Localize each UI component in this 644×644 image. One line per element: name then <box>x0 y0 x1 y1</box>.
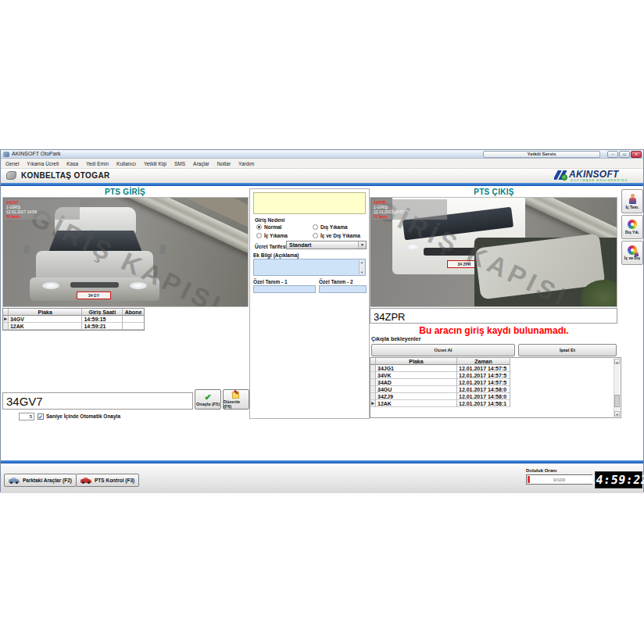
occupancy-value: 0/100 <box>553 478 565 482</box>
main-content: PTS GİRİŞ 34 GY GİRİŞ KAPISI 34GV7 1-GİR… <box>1 186 643 460</box>
auto-approve-label: Saniye İçinde Otomatik Onayla <box>46 413 120 419</box>
note-label: Ek Bilgi (Açıklama) <box>253 252 299 258</box>
menu-yetkili-kisi[interactable]: Yetkili Kişi <box>144 161 166 166</box>
menu-yardim[interactable]: Yardım <box>238 161 254 166</box>
exit-error-message: Bu aracın giriş kaydı bulunamadı. <box>370 325 618 336</box>
menu-bar: Genel Yıkama Ücreti Kasa Yedi Emin Kulla… <box>1 159 643 169</box>
scroll-up-icon[interactable]: ▲ <box>614 359 620 364</box>
window-title: AKINSOFT OtoPark <box>12 151 61 156</box>
charge-button[interactable]: Ücret Al <box>371 344 515 356</box>
exit-table-scrollbar[interactable]: ▲ ▼ <box>614 359 620 417</box>
clock-value: 14:59:22 <box>588 473 644 487</box>
pts-control-button[interactable]: PTS Kontrol (F3) <box>76 474 139 487</box>
pinwheel-icon <box>628 220 637 229</box>
menu-sms[interactable]: SMS <box>174 161 185 166</box>
custom2-label: Özel Tanım - 2 <box>319 279 353 284</box>
col-abone[interactable]: Abone <box>123 309 144 316</box>
ic-temizlik-button[interactable]: İç Tem. <box>621 189 643 213</box>
pts-control-label: PTS Kontrol (F3) <box>95 478 134 483</box>
radio-dis-yikama[interactable]: Dış Yıkama <box>313 224 348 230</box>
table-row[interactable]: 34ZJ9 12.01.2017 14:58:0 <box>370 393 510 400</box>
auto-seconds-input[interactable]: 5 <box>19 413 34 420</box>
table-row[interactable]: 34AD 12.01.2017 14:57:5 <box>370 379 510 386</box>
cancel-exit-button[interactable]: İptal Et <box>518 344 617 356</box>
side-button-label: İç Tem. <box>626 205 639 209</box>
edit-note-icon: ✎ <box>232 391 240 399</box>
app-icon <box>3 152 9 157</box>
exit-table: Plaka Zaman 34JG1 12.01.2017 14:57:5 34V… <box>370 358 510 407</box>
minimize-button[interactable]: ─ <box>607 151 618 158</box>
entry-camera-view: 34 GY GİRİŞ KAPISI 34GV7 1-GİRİŞ 12.01.2… <box>2 197 249 307</box>
window-controls: ─ ▭ ✕ <box>607 151 642 158</box>
station-icon <box>6 171 16 180</box>
radio-normal[interactable]: Normal <box>256 224 281 230</box>
entry-header: PTS GİRİŞ <box>1 188 249 196</box>
custom1-label: Özel Tanım - 1 <box>253 279 288 284</box>
table-row[interactable]: 34VK 12.01.2017 14:57:5 <box>370 372 510 379</box>
ic-ve-dis-button[interactable]: İç ve Dış <box>621 241 643 265</box>
overlay-speed: 30 km/s <box>6 214 78 219</box>
scroll-thumb[interactable] <box>614 395 620 407</box>
tariff-label: Ücret Tarifesi <box>255 244 287 249</box>
radio-icon <box>313 224 318 230</box>
entry-table: Plaka Giriş Saati Abone ▸ 34GV 14:59:15 … <box>2 308 145 331</box>
parked-vehicles-label: Parktaki Araçlar (F2) <box>23 478 72 483</box>
custom2-input[interactable] <box>319 285 367 293</box>
exit-header: PTS ÇIKIŞ <box>370 188 618 196</box>
custom1-input[interactable] <box>253 285 316 293</box>
radio-ic-yikama[interactable]: İç Yıkama <box>256 233 288 238</box>
exit-camera-view: 34 ZPR GİRİŞ KAPISI 34ZPR 1-GİRİŞ 12.01.… <box>370 197 617 307</box>
textarea-scrollbar[interactable]: ▲▼ <box>359 260 364 274</box>
entry-table-header: Plaka Giriş Saati Abone <box>3 309 144 316</box>
scroll-down-icon[interactable]: ▼ <box>614 411 620 417</box>
menu-notlar[interactable]: Notlar <box>217 161 231 166</box>
col-plaka[interactable]: Plaka <box>9 309 82 316</box>
title-bar: AKINSOFT OtoPark Yetkili Servis ─ ▭ ✕ <box>1 150 643 159</box>
menu-genel[interactable]: Genel <box>5 161 19 166</box>
occupancy-label: Doluluk Oranı <box>526 468 556 473</box>
parked-vehicles-button[interactable]: Parktaki Araçlar (F2) <box>4 474 77 487</box>
akinsoft-logo: AKINSOFT SOFTWARE ENGINEERING <box>554 169 640 183</box>
brand-subtitle: SOFTWARE ENGINEERING <box>571 178 628 182</box>
edit-label: Düzenle (F6) <box>224 399 249 409</box>
table-row[interactable]: ▸ 34GV 14:59:15 <box>3 316 144 323</box>
plate-entry-field[interactable] <box>253 192 366 214</box>
radio-ic-ve-dis[interactable]: İç ve Dış Yıkama <box>313 233 360 238</box>
entry-camera-overlay: 34GV7 1-GİRİŞ 12.01.2017 14:59 30 km/s <box>5 199 80 220</box>
entry-plate-input[interactable]: 34GV7 <box>2 392 193 410</box>
car-icon <box>80 478 91 484</box>
app-window: AKINSOFT OtoPark Yetkili Servis ─ ▭ ✕ Ge… <box>0 149 644 492</box>
menu-araclar[interactable]: Araçlar <box>193 161 209 166</box>
toolbar: KONBELTAŞ OTOGAR AKINSOFT SOFTWARE ENGIN… <box>1 169 643 183</box>
table-row[interactable]: 34GU 12.01.2017 14:58:0 <box>370 386 510 393</box>
col-zaman[interactable]: Zaman <box>457 358 510 365</box>
occupancy-bar <box>528 476 530 483</box>
tariff-dropdown[interactable]: Standart ▼ <box>286 241 367 249</box>
radio-icon <box>256 233 262 238</box>
note-textarea[interactable]: ▲▼ <box>253 259 366 276</box>
approve-button[interactable]: ✔ Onayla (F5) <box>195 389 221 410</box>
exit-table-container: Plaka Zaman 34JG1 12.01.2017 14:57:5 34V… <box>370 357 621 418</box>
menu-yikama-ucreti[interactable]: Yıkama Ücreti <box>27 161 59 166</box>
exit-camera-overlay: 34ZPR 1-GİRİŞ 12.01.2017 14:57 31 km/s <box>372 199 447 220</box>
col-plaka[interactable]: Plaka <box>376 358 457 365</box>
pinwheel-person-icon <box>628 245 637 255</box>
table-row[interactable]: ▸ 12AK 12.01.2017 14:58:1 <box>370 400 510 407</box>
menu-kasa[interactable]: Kasa <box>66 161 78 166</box>
menu-yedi-emin[interactable]: Yedi Emin <box>86 161 109 166</box>
auto-approve-checkbox[interactable]: ✔ <box>38 413 44 420</box>
menu-kullanici[interactable]: Kullanıcı <box>116 161 136 166</box>
edit-button[interactable]: ✎ Düzenle (F6) <box>223 389 249 410</box>
dis-yikama-button[interactable]: Dış Yık. <box>621 215 643 239</box>
station-title: KONBELTAŞ OTOGAR <box>21 171 110 180</box>
table-row[interactable]: 12AK 14:59:21 <box>3 323 144 330</box>
maximize-button[interactable]: ▭ <box>619 151 630 158</box>
close-button[interactable]: ✕ <box>631 151 642 158</box>
col-giris-saati[interactable]: Giriş Saati <box>82 309 123 316</box>
entry-form-panel: Giriş Nedeni Normal Dış Yıkama İç Yıkama… <box>249 188 370 419</box>
table-row[interactable]: 34JG1 12.01.2017 14:57:5 <box>370 365 510 372</box>
exit-plate-input[interactable]: 34ZPR <box>370 308 617 324</box>
entry-plate-badge: 34 GY <box>77 292 111 299</box>
approve-label: Onayla (F5) <box>196 402 220 406</box>
authorized-service-button[interactable]: Yetkili Servis <box>483 151 600 158</box>
